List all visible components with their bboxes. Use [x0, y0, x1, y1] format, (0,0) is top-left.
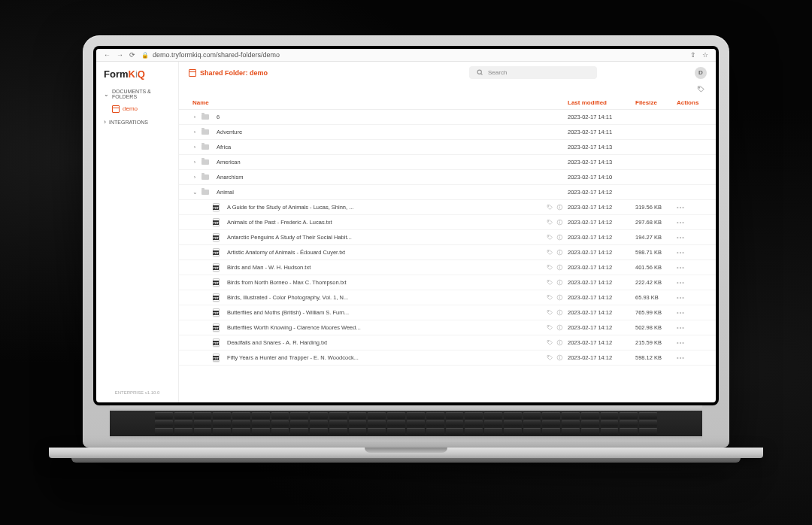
col-size[interactable]: Filesize — [635, 99, 677, 106]
folder-row[interactable]: ›Adventure2023-02-17 14:11 — [179, 125, 716, 140]
info-icon[interactable] — [556, 324, 563, 331]
sidebar: FormKiQ DOCUMENTS & FOLDERS demo INTEGRA… — [96, 62, 179, 402]
file-row[interactable]: Birds from North Borneo - Max C. Thompso… — [179, 275, 716, 290]
folder-row-open[interactable]: ⌄Animal2023-02-17 14:12 — [179, 185, 716, 200]
info-icon[interactable] — [556, 339, 563, 346]
file-row[interactable]: Butterflies Worth Knowing - Clarence Moo… — [179, 320, 716, 335]
address-bar[interactable]: 🔒 demo.tryformkiq.com/shared-folders/dem… — [141, 51, 684, 59]
sidebar-item-demo[interactable]: demo — [96, 102, 178, 115]
file-size: 401.56 KB — [635, 264, 677, 271]
chevron-down-icon[interactable]: ⌄ — [189, 189, 200, 196]
more-actions[interactable]: ••• — [677, 204, 705, 211]
info-icon[interactable] — [556, 264, 563, 271]
svg-point-11 — [548, 236, 549, 237]
reload-button[interactable]: ⟳ — [129, 51, 135, 59]
svg-point-3 — [548, 206, 549, 207]
file-row[interactable]: Artistic Anatomy of Animals - Édouard Cu… — [179, 245, 716, 260]
file-size: 598.12 KB — [635, 354, 677, 361]
info-icon[interactable] — [556, 294, 563, 301]
avatar[interactable]: D — [695, 67, 707, 79]
file-row[interactable]: Fifty Years a Hunter and Trapper - E. N.… — [179, 351, 716, 366]
folder-name: Animal — [211, 189, 568, 196]
tag-icon[interactable] — [547, 354, 553, 361]
chevron-right-icon[interactable]: › — [189, 144, 200, 150]
forward-button[interactable]: → — [117, 51, 123, 59]
file-size: 319.56 KB — [635, 204, 677, 211]
chevron-right-icon[interactable]: › — [189, 129, 200, 135]
tag-icon[interactable] — [547, 264, 553, 271]
folder-row[interactable]: ›American2023-02-17 14:13 — [179, 155, 716, 170]
file-row[interactable]: Animals of the Past - Frederic A. Lucas.… — [179, 215, 716, 230]
search-input[interactable]: Search — [469, 66, 597, 79]
modified-date: 2023-02-17 14:12 — [568, 204, 635, 211]
tag-icon[interactable] — [547, 249, 553, 256]
file-row[interactable]: A Guide for the Study of Animals - Lucas… — [179, 200, 716, 215]
modified-date: 2023-02-17 14:12 — [568, 339, 635, 346]
file-row[interactable]: Deadfalls and Snares - A. R. Harding.txt… — [179, 335, 716, 351]
file-row[interactable]: Butterflies and Moths (British) - Willia… — [179, 305, 716, 320]
folder-row[interactable]: ›62023-02-17 14:11 — [179, 110, 716, 125]
file-icon — [211, 203, 221, 211]
modified-date: 2023-02-17 14:12 — [568, 189, 635, 196]
info-icon[interactable] — [556, 234, 563, 241]
tag-icon[interactable] — [547, 309, 553, 316]
more-actions[interactable]: ••• — [677, 324, 705, 331]
folder-icon — [200, 114, 211, 120]
col-name[interactable]: Name — [189, 99, 568, 106]
svg-point-22 — [559, 266, 560, 266]
share-icon[interactable]: ⇪ — [690, 51, 696, 59]
star-icon[interactable]: ☆ — [702, 51, 708, 59]
svg-point-7 — [548, 221, 549, 222]
col-modified[interactable]: Last modified — [568, 99, 635, 106]
more-actions[interactable]: ••• — [677, 309, 705, 316]
file-icon — [211, 263, 221, 272]
sidebar-section-documents[interactable]: DOCUMENTS & FOLDERS — [96, 86, 178, 102]
info-icon[interactable] — [556, 219, 563, 226]
modified-date: 2023-02-17 14:11 — [568, 114, 635, 120]
more-actions[interactable]: ••• — [677, 294, 705, 301]
table-header: Name Last modified Filesize Actions — [179, 96, 716, 110]
chevron-right-icon[interactable]: › — [189, 159, 200, 165]
more-actions[interactable]: ••• — [677, 249, 705, 256]
more-actions[interactable]: ••• — [677, 279, 705, 286]
file-row[interactable]: Birds and Man - W. H. Hudson.txt2023-02-… — [179, 260, 716, 275]
more-actions[interactable]: ••• — [677, 354, 705, 361]
tag-icon[interactable] — [697, 85, 705, 93]
tag-icon[interactable] — [547, 204, 553, 211]
stack-icon — [111, 105, 119, 112]
folder-row[interactable]: ›Africa2023-02-17 14:13 — [179, 140, 716, 155]
modified-date: 2023-02-17 14:10 — [568, 174, 635, 181]
info-icon[interactable] — [556, 204, 563, 211]
browser-chrome: ← → ⟳ 🔒 demo.tryformkiq.com/shared-folde… — [96, 49, 716, 62]
tag-icon[interactable] — [547, 294, 553, 301]
more-actions[interactable]: ••• — [677, 339, 705, 346]
search-icon — [477, 69, 483, 76]
svg-line-1 — [481, 74, 483, 75]
chevron-right-icon[interactable]: › — [189, 174, 200, 181]
info-icon[interactable] — [556, 309, 563, 316]
tag-icon[interactable] — [547, 339, 553, 346]
tag-icon[interactable] — [547, 279, 553, 286]
info-icon[interactable] — [556, 354, 563, 361]
file-row[interactable]: Antarctic Penguins A Study of Their Soci… — [179, 230, 716, 245]
more-actions[interactable]: ••• — [677, 264, 705, 271]
file-row[interactable]: Birds, Illustrated - Color Photography, … — [179, 290, 716, 305]
svg-point-30 — [559, 296, 560, 296]
more-actions[interactable]: ••• — [677, 234, 705, 241]
folder-row[interactable]: ›Anarchism2023-02-17 14:10 — [179, 170, 716, 185]
tag-icon[interactable] — [547, 219, 553, 226]
stack-icon — [188, 69, 195, 76]
info-icon[interactable] — [556, 279, 563, 286]
tag-icon[interactable] — [547, 324, 553, 331]
back-button[interactable]: ← — [104, 51, 111, 59]
chevron-right-icon[interactable]: › — [189, 114, 200, 120]
info-icon[interactable] — [556, 249, 563, 256]
file-icon — [211, 308, 221, 317]
file-size: 215.59 KB — [635, 339, 677, 346]
modified-date: 2023-02-17 14:12 — [568, 294, 635, 301]
tag-icon[interactable] — [547, 234, 553, 241]
sidebar-section-integrations[interactable]: INTEGRATIONS — [96, 115, 178, 129]
file-size: 502.98 KB — [635, 324, 677, 331]
version-label: ENTERPRISE v1.10.0 — [96, 390, 178, 398]
more-actions[interactable]: ••• — [677, 219, 705, 226]
